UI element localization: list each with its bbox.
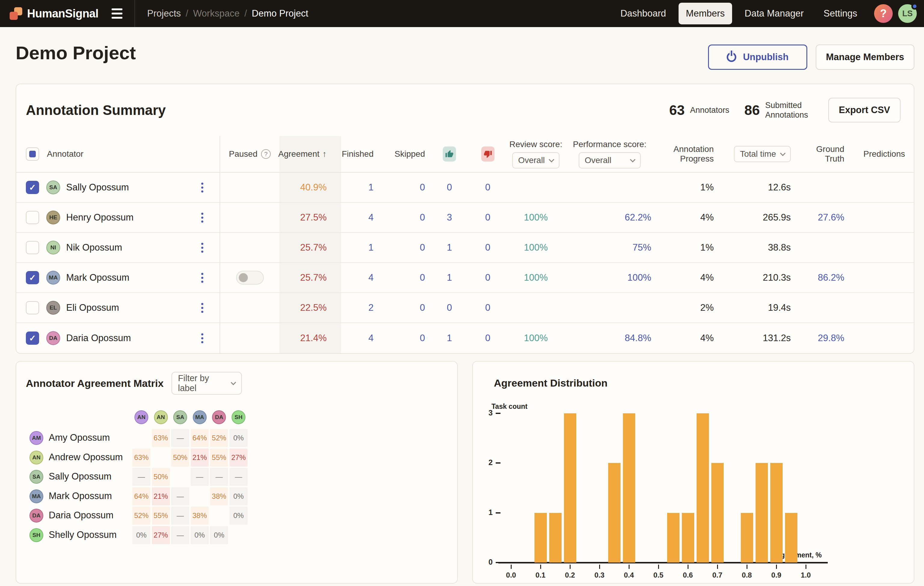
row-checkbox[interactable] (26, 271, 39, 284)
performance-score-value[interactable]: 75% (632, 242, 651, 253)
skipped-count[interactable]: 0 (420, 333, 425, 343)
submitted-annotations-stat: 86 Submitted Annotations (744, 101, 816, 120)
review-score-value[interactable]: 100% (524, 242, 548, 253)
accepted-count[interactable]: 1 (447, 333, 452, 343)
paused-column-header: Paused ? (220, 136, 279, 172)
nav-data-manager[interactable]: Data Manager (738, 3, 811, 24)
rejected-count[interactable]: 0 (485, 302, 490, 313)
row-checkbox[interactable] (26, 241, 39, 254)
annotation-progress-column-header: Annotation Progress (652, 136, 716, 172)
agreement-value: 25.7% (300, 242, 327, 253)
finished-count[interactable]: 1 (368, 182, 374, 193)
rejected-count[interactable]: 0 (485, 333, 490, 343)
unpublish-button[interactable]: Unpublish (708, 45, 807, 70)
total-time-value: 12.6s (768, 182, 791, 193)
rejected-count[interactable]: 0 (485, 212, 490, 223)
skipped-count[interactable]: 0 (420, 182, 425, 193)
agreement-value: 22.5% (300, 302, 327, 313)
row-menu-button[interactable] (200, 181, 205, 194)
row-checkbox[interactable] (26, 332, 39, 345)
help-icon[interactable]: ? (874, 4, 893, 23)
rejected-column-header (472, 136, 503, 172)
breadcrumb-projects[interactable]: Projects (147, 8, 181, 19)
accepted-count[interactable]: 0 (447, 302, 452, 313)
agreement-column-header[interactable]: Agreement ↑ (279, 136, 341, 172)
table-row: DA Daria Opossum 21.4% 4 0 1 0 100% 84.8… (16, 323, 914, 353)
x-tick-label: 0.0 (499, 571, 523, 579)
nav-members[interactable]: Members (678, 3, 732, 24)
finished-count[interactable]: 4 (368, 333, 374, 343)
performance-score-value[interactable]: 84.8% (625, 333, 651, 343)
annotator-column-header: Annotator (47, 149, 83, 159)
nav-dashboard[interactable]: Dashboard (613, 3, 673, 24)
annotation-progress-value: 4% (700, 272, 714, 283)
row-checkbox[interactable] (26, 181, 39, 194)
review-score-value[interactable]: 100% (524, 333, 548, 343)
ground-truth-value[interactable]: 86.2% (818, 272, 844, 283)
histogram-bar (756, 463, 768, 563)
accepted-count[interactable]: 1 (447, 242, 452, 253)
annotator-name: Nik Opossum (66, 242, 122, 253)
breadcrumb-workspace[interactable]: Workspace (193, 8, 240, 19)
y-tick-mark (496, 462, 500, 464)
skipped-count[interactable]: 0 (420, 272, 425, 283)
accepted-count[interactable]: 0 (447, 182, 452, 193)
skipped-count[interactable]: 0 (420, 242, 425, 253)
review-score-value[interactable]: 100% (524, 272, 548, 283)
total-time-select[interactable]: Total time (734, 146, 791, 162)
rejected-count[interactable]: 0 (485, 272, 490, 283)
histogram-bar (667, 513, 680, 563)
row-menu-button[interactable] (200, 241, 205, 254)
table-row: MA Mark Opossum 25.7% 4 0 1 0 100% 100% … (16, 263, 914, 293)
row-menu-button[interactable] (200, 211, 205, 224)
row-menu-button[interactable] (200, 332, 205, 345)
y-tick-label: 0 (478, 558, 493, 566)
finished-count[interactable]: 1 (368, 242, 374, 253)
rejected-count[interactable]: 0 (485, 242, 490, 253)
paused-help-icon[interactable]: ? (261, 149, 271, 159)
hamburger-menu-icon[interactable] (112, 8, 122, 19)
ground-truth-value[interactable]: 27.6% (818, 212, 844, 223)
matrix-row-name: Shelly Opossum (49, 530, 117, 540)
x-tick-label: 0.6 (676, 571, 700, 579)
finished-count[interactable]: 4 (368, 212, 374, 223)
annotation-progress-value: 2% (700, 302, 714, 313)
nav-divider (134, 0, 135, 27)
finished-count[interactable]: 2 (368, 302, 374, 313)
histogram-bar (535, 513, 547, 563)
filter-by-label-select[interactable]: Filter by label (172, 372, 242, 395)
thumbs-down-icon (481, 147, 495, 162)
matrix-cell: 0% (191, 526, 209, 544)
row-menu-button[interactable] (200, 301, 205, 315)
accepted-count[interactable]: 3 (447, 212, 452, 223)
annotation-progress-value: 1% (700, 182, 714, 193)
performance-score-value[interactable]: 62.2% (625, 212, 651, 223)
skipped-count[interactable]: 0 (420, 302, 425, 313)
ground-truth-value[interactable]: 29.8% (818, 333, 844, 343)
export-csv-button[interactable]: Export CSV (828, 98, 901, 122)
review-score-select[interactable]: Overall (512, 152, 560, 168)
select-all-checkbox[interactable] (26, 147, 39, 161)
annotator-name: Henry Opossum (66, 212, 134, 223)
table-row: EL Eli Opossum 22.5% 2 0 0 0 2% 19.4s (16, 293, 914, 323)
manage-members-button[interactable]: Manage Members (816, 45, 914, 70)
total-time-value: 19.4s (768, 302, 791, 313)
skipped-count[interactable]: 0 (420, 212, 425, 223)
matrix-column-avatar: AN (134, 410, 148, 424)
review-score-value[interactable]: 100% (524, 212, 548, 223)
y-axis-title: Task count (492, 403, 528, 411)
histogram-bar (785, 513, 797, 563)
humansignal-logo[interactable]: HumanSignal (9, 7, 98, 20)
performance-score-select[interactable]: Overall (579, 152, 641, 168)
nav-settings[interactable]: Settings (816, 3, 865, 24)
row-checkbox[interactable] (26, 301, 39, 314)
user-avatar[interactable]: LS (898, 4, 917, 23)
histogram-bar (564, 413, 576, 563)
row-menu-button[interactable] (200, 271, 205, 285)
row-checkbox[interactable] (26, 211, 39, 224)
paused-toggle[interactable] (236, 271, 264, 285)
finished-count[interactable]: 4 (368, 272, 374, 283)
performance-score-value[interactable]: 100% (627, 272, 651, 283)
rejected-count[interactable]: 0 (485, 182, 490, 193)
accepted-count[interactable]: 1 (447, 272, 452, 283)
